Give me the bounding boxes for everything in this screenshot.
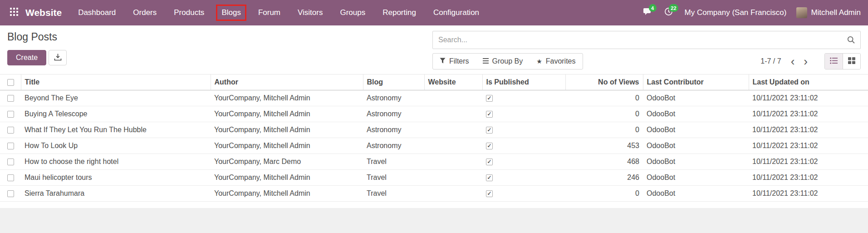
column-header-last-contributor[interactable]: Last Contributor (643, 74, 749, 90)
cell-website (424, 122, 482, 138)
screen: Website Dashboard Orders Products Blogs … (0, 0, 868, 233)
table-row[interactable]: Buying A Telescope YourCompany, Mitchell… (0, 106, 868, 122)
table-row[interactable]: How To Look Up YourCompany, Mitchell Adm… (0, 138, 868, 154)
cell-title: Buying A Telescope (21, 106, 211, 122)
cell-author: YourCompany, Mitchell Admin (211, 170, 363, 186)
view-switcher (824, 53, 861, 69)
cell-is-published: ✓ (482, 138, 565, 154)
systray: 4 22 My Company (San Francisco) Mitchell… (641, 0, 861, 25)
select-all-checkbox[interactable] (7, 79, 14, 86)
company-switcher[interactable]: My Company (San Francisco) (685, 8, 787, 17)
menu-blogs[interactable]: Blogs (216, 5, 246, 21)
cell-author: YourCompany, Mitchell Admin (211, 122, 363, 138)
user-menu[interactable]: Mitchell Admin (796, 7, 861, 18)
search-input[interactable] (433, 36, 842, 44)
cell-website (424, 186, 482, 202)
cell-is-published: ✓ (482, 122, 565, 138)
published-checkbox: ✓ (486, 190, 493, 197)
favorites-button[interactable]: ★ Favorites (530, 54, 582, 69)
cell-contributor: OdooBot (643, 154, 749, 170)
menu-configuration[interactable]: Configuration (433, 5, 479, 20)
row-checkbox[interactable] (7, 111, 14, 118)
list-view: Title Author Blog Website Is Published N… (0, 74, 868, 208)
table-row[interactable]: Beyond The Eye YourCompany, Mitchell Adm… (0, 90, 868, 106)
cell-blog: Travel (363, 170, 424, 186)
published-checkbox: ✓ (486, 111, 493, 118)
filters-button[interactable]: Filters (433, 54, 476, 69)
control-panel: Blog Posts Create (0, 25, 868, 74)
row-checkbox[interactable] (7, 143, 14, 149)
cell-title: How To Look Up (21, 138, 211, 154)
create-button[interactable]: Create (7, 50, 46, 65)
activities-badge: 22 (669, 4, 678, 12)
list-view-icon (830, 57, 838, 65)
row-checkbox[interactable] (7, 190, 14, 197)
menu-products[interactable]: Products (174, 5, 204, 20)
cell-author: YourCompany, Mitchell Admin (211, 186, 363, 202)
column-header-website[interactable]: Website (424, 74, 482, 90)
menu-visitors[interactable]: Visitors (298, 5, 323, 20)
column-header-blog[interactable]: Blog (363, 74, 424, 90)
activities-button[interactable]: 22 (663, 0, 675, 25)
row-checkbox[interactable] (7, 95, 14, 102)
cell-views: 246 (565, 170, 643, 186)
column-header-author[interactable]: Author (211, 74, 363, 90)
export-button[interactable] (49, 50, 67, 65)
table-row[interactable]: Sierra Tarahumara YourCompany, Mitchell … (0, 186, 868, 202)
cell-title: Beyond The Eye (21, 90, 211, 106)
app-brand[interactable]: Website (25, 7, 62, 18)
row-checkbox[interactable] (7, 174, 14, 181)
page-title: Blog Posts (7, 31, 67, 44)
cell-views: 0 (565, 186, 643, 202)
menu-groups[interactable]: Groups (340, 5, 365, 20)
cell-contributor: OdooBot (643, 90, 749, 106)
main-menu: Dashboard Orders Products Blogs Forum Vi… (78, 5, 479, 21)
search-bar (432, 31, 861, 49)
cell-website (424, 106, 482, 122)
filter-funnel-icon (440, 57, 446, 65)
row-checkbox[interactable] (7, 159, 14, 165)
published-checkbox: ✓ (486, 143, 493, 149)
search-icon[interactable] (842, 31, 860, 49)
cell-is-published: ✓ (482, 170, 565, 186)
apps-menu-button[interactable] (7, 0, 21, 25)
cell-is-published: ✓ (482, 90, 565, 106)
content-background (0, 208, 868, 233)
table-row[interactable]: How to choose the right hotel YourCompan… (0, 154, 868, 170)
published-checkbox: ✓ (486, 174, 493, 181)
table-row[interactable]: Maui helicopter tours YourCompany, Mitch… (0, 170, 868, 186)
cell-title: Maui helicopter tours (21, 170, 211, 186)
menu-dashboard[interactable]: Dashboard (78, 5, 116, 20)
kanban-view-button[interactable] (843, 54, 860, 69)
cell-views: 453 (565, 138, 643, 154)
column-header-last-updated-on[interactable]: Last Updated on (749, 74, 868, 90)
pager-previous-button[interactable]: ‹ (787, 55, 799, 67)
menu-forum[interactable]: Forum (258, 5, 280, 20)
cell-is-published: ✓ (482, 106, 565, 122)
column-header-is-published[interactable]: Is Published (482, 74, 565, 90)
published-checkbox: ✓ (486, 95, 493, 102)
cell-updated: 10/11/2021 23:11:02 (749, 154, 868, 170)
messages-badge: 4 (649, 4, 657, 12)
cell-updated: 10/11/2021 23:11:02 (749, 106, 868, 122)
kanban-view-icon (848, 57, 855, 65)
cell-contributor: OdooBot (643, 138, 749, 154)
group-by-button[interactable]: Group By (476, 54, 530, 69)
column-header-no-of-views[interactable]: No of Views (565, 74, 643, 90)
cell-blog: Astronomy (363, 138, 424, 154)
messages-button[interactable]: 4 (641, 0, 653, 25)
menu-orders[interactable]: Orders (133, 5, 157, 20)
menu-reporting[interactable]: Reporting (383, 5, 416, 20)
cell-updated: 10/11/2021 23:11:02 (749, 122, 868, 138)
top-navbar: Website Dashboard Orders Products Blogs … (0, 0, 868, 25)
cell-is-published: ✓ (482, 186, 565, 202)
table-row[interactable]: What If They Let You Run The Hubble Your… (0, 122, 868, 138)
user-name: Mitchell Admin (811, 8, 861, 17)
cell-contributor: OdooBot (643, 122, 749, 138)
group-bars-icon (483, 57, 489, 65)
cell-is-published: ✓ (482, 154, 565, 170)
list-view-button[interactable] (825, 54, 843, 69)
row-checkbox[interactable] (7, 127, 14, 134)
pager-next-button[interactable]: › (799, 55, 812, 67)
column-header-title[interactable]: Title (21, 74, 211, 90)
